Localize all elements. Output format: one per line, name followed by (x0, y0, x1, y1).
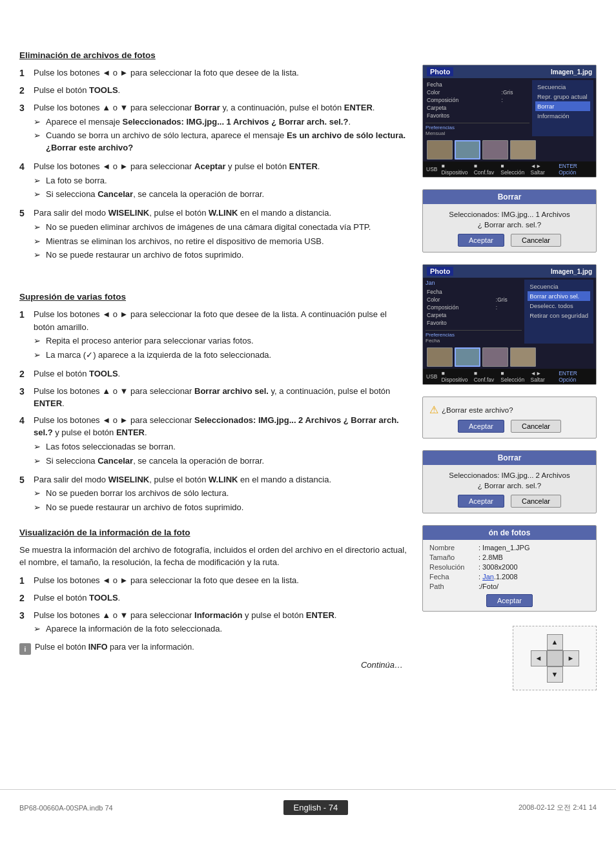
section1-steps: 1 Pulse los botones ◄ o ► para seleccion… (19, 67, 409, 263)
sub-item: ➢ Si selecciona Cancelar, se cancela la … (34, 455, 409, 468)
section-supresion: Supresión de varias fotos 1 Pulse los bo… (19, 292, 409, 516)
step2-2: 2 Pulse el botón TOOLS. (19, 367, 409, 381)
screen2-footer: USB ■ Dispositivo ■ Conf.fav ■ Selección… (423, 369, 596, 384)
sub-item: ➢ Mientras se eliminan los archivos, no … (34, 236, 409, 248)
sub-item: ➢ Repita el proceso anterior para selecc… (34, 335, 409, 347)
info-row-nombre: Nombre : Imagen_1.JPG (429, 544, 590, 552)
screen1-menu-item1: Secuencia (535, 82, 590, 92)
screen1-header: Photo Imagen_1.jpg (423, 65, 596, 78)
dialog1-accept-btn[interactable]: Aceptar (458, 234, 504, 247)
warning-icon: ⚠ (429, 404, 438, 416)
screen1-menu-item2: Repr. grupo actual (535, 92, 590, 101)
info-row-tamano: Tamaño : 2.8MB (429, 553, 590, 561)
dpad-left-btn[interactable]: ◄ (531, 650, 547, 666)
footer-right: 2008-02-12 오전 2:41 14 (518, 803, 597, 812)
section2-title: Supresión de varias fotos (19, 292, 409, 302)
screen2-photo-label: Photo (427, 267, 453, 276)
section-visualizacion: Visualización de la información de la fo… (19, 528, 409, 670)
note-text: Pulse el botón INFO para ver la informac… (35, 643, 194, 652)
dialog2-accept-btn[interactable]: Aceptar (458, 495, 504, 508)
content-area: Eliminación de archivos de fotos 1 Pulse… (0, 39, 616, 690)
thumb4 (510, 140, 536, 160)
screen1-footer: USB ■ Dispositivo ■ Conf.fav ■ Selección… (423, 161, 596, 177)
section-elimination: Eliminación de archivos de fotos 1 Pulse… (19, 50, 409, 263)
screen2-menu-item3: Deselecc. todos (528, 301, 590, 311)
right-column: Photo Imagen_1.jpg Fecha Color:Gris Comp… (422, 39, 597, 690)
step1-4: 4 Pulse los botones ◄ o ► para seleccion… (19, 160, 409, 203)
section3-intro: Se muestra la información del archivo de… (19, 544, 409, 569)
sub-item: ➢ No se puede restaurar un archivo de fo… (34, 502, 409, 514)
thumb2 (455, 140, 480, 160)
sub-item: ➢ Aparece el mensaje Seleccionados: IMG.… (34, 116, 409, 129)
screen1-widget: Photo Imagen_1.jpg Fecha Color:Gris Comp… (422, 65, 597, 178)
dialog1-buttons: Aceptar Cancelar (429, 234, 590, 247)
screen2-filename: Imagen_1.jpg (551, 268, 592, 275)
sub-item: ➢ No se puede restaurar un archivo de fo… (34, 249, 409, 262)
sub-item: ➢ No se pueden borrar los archivos de só… (34, 488, 409, 500)
screen2-date: Fecha (426, 338, 522, 344)
dialog-warn-buttons: Aceptar Cancelar (429, 420, 590, 433)
footer-center: English - 74 (283, 800, 349, 815)
info-dialog-body: Nombre : Imagen_1.JPG Tamaño : 2.8MB Res… (423, 540, 596, 611)
page-container: Eliminación de archivos de fotos 1 Pulse… (0, 0, 616, 846)
info-row-path: Path :/Foto/ (429, 583, 590, 590)
dialog-warn-accept-btn[interactable]: Aceptar (458, 420, 504, 433)
sub-item: ➢ La marca (✓) aparece a la izquierda de… (34, 349, 409, 362)
section1-title: Eliminación de archivos de fotos (19, 50, 409, 60)
thumb3 (482, 140, 508, 160)
sub-item: ➢ Las fotos seleccionadas se borran. (34, 441, 409, 453)
screen1-date: Mensual (426, 130, 529, 136)
dialog2-title: Borrar (423, 451, 596, 465)
dpad-center-btn[interactable] (547, 650, 563, 666)
step2-5: 5 Para salir del modo WISELINK, pulse el… (19, 473, 409, 516)
info-dialog: ón de fotos Nombre : Imagen_1.JPG Tamaño… (422, 525, 597, 612)
step3-2: 2 Pulse el botón TOOLS. (19, 592, 409, 605)
dialog1-text: Seleccionados: IMG.jpg... 1 Archivos¿ Bo… (429, 209, 590, 230)
dpad-down-btn[interactable]: ▼ (547, 666, 563, 683)
info-row-fecha: Fecha : Jan.1.2008 (429, 573, 590, 581)
dpad-up-btn[interactable]: ▲ (547, 634, 563, 650)
screen1-menu-item4: Información (535, 111, 590, 121)
dialog-warn-cancel-btn[interactable]: Cancelar (511, 420, 561, 433)
sub-item: ➢ Si selecciona Cancelar, se cancela la … (34, 189, 409, 201)
step1-1: 1 Pulse los botones ◄ o ► para seleccion… (19, 67, 409, 80)
dpad-right-btn[interactable]: ► (563, 650, 579, 666)
continua-text: Continúa… (19, 660, 403, 670)
sub-item: ➢ Aparece la información de la foto sele… (34, 623, 409, 635)
screen2-header: Photo Imagen_1.jpg (423, 265, 596, 278)
dialog1-cancel-btn[interactable]: Cancelar (511, 234, 561, 247)
thumb-s2-4 (510, 347, 536, 367)
dialog2: Borrar Seleccionados: IMG.jpg... 2 Archi… (422, 450, 597, 513)
screen2-menu-item4: Retirar con seguridad (528, 311, 590, 320)
screen1-pref: Preferencias (426, 125, 529, 130)
sub-item: ➢ La foto se borra. (34, 175, 409, 187)
sub-item: ➢ No se pueden eliminar archivos de imág… (34, 222, 409, 234)
remote-diagram: ▲ ◄ ► ▼ (513, 626, 597, 690)
screen1-photo-label: Photo (427, 67, 453, 76)
section3-title: Visualización de la información de la fo… (19, 528, 409, 537)
thumb-s2-3 (482, 347, 508, 367)
dialog2-text: Seleccionados: IMG.jpg... 2 Archivos¿ Bo… (429, 470, 590, 491)
info-dialog-title: ón de fotos (423, 526, 596, 540)
step1-5: 5 Para salir del modo WISELINK, pulse el… (19, 207, 409, 263)
dialog1-title: Borrar (423, 190, 596, 204)
step3-1: 1 Pulse los botones ◄ o ► para seleccion… (19, 574, 409, 588)
dialog2-cancel-btn[interactable]: Cancelar (511, 495, 561, 508)
step2-4: 4 Pulse los botones ◄ o ► para seleccion… (19, 414, 409, 469)
info-dialog-accept-btn[interactable]: Aceptar (486, 594, 533, 607)
dialog-warn-text: ¿Borrar este archivo? (442, 406, 513, 414)
step2-1: 1 Pulse los botones ◄ o ► para seleccion… (19, 308, 409, 364)
screen1-thumbs (423, 138, 596, 161)
section3-steps: 1 Pulse los botones ◄ o ► para seleccion… (19, 574, 409, 637)
sub-item: ➢ Cuando se borra un archivo de sólo lec… (34, 130, 409, 154)
section2-steps: 1 Pulse los botones ◄ o ► para seleccion… (19, 308, 409, 516)
note-icon: i (19, 643, 31, 655)
dialog2-buttons: Aceptar Cancelar (429, 495, 590, 508)
screen1-menu-item3: Borrar (535, 101, 590, 111)
dialog1: Borrar Seleccionados: IMG.jpg... 1 Archi… (422, 189, 597, 253)
screen2-thumbs (423, 346, 596, 369)
step2-3: 3 Pulse los botones ▲ o ▼ para seleccion… (19, 385, 409, 410)
footer-left: BP68-00660A-00SPA.indb 74 (19, 804, 113, 812)
remote-dpad: ▲ ◄ ► ▼ (531, 634, 579, 683)
page-footer: BP68-00660A-00SPA.indb 74 English - 74 2… (0, 789, 616, 820)
